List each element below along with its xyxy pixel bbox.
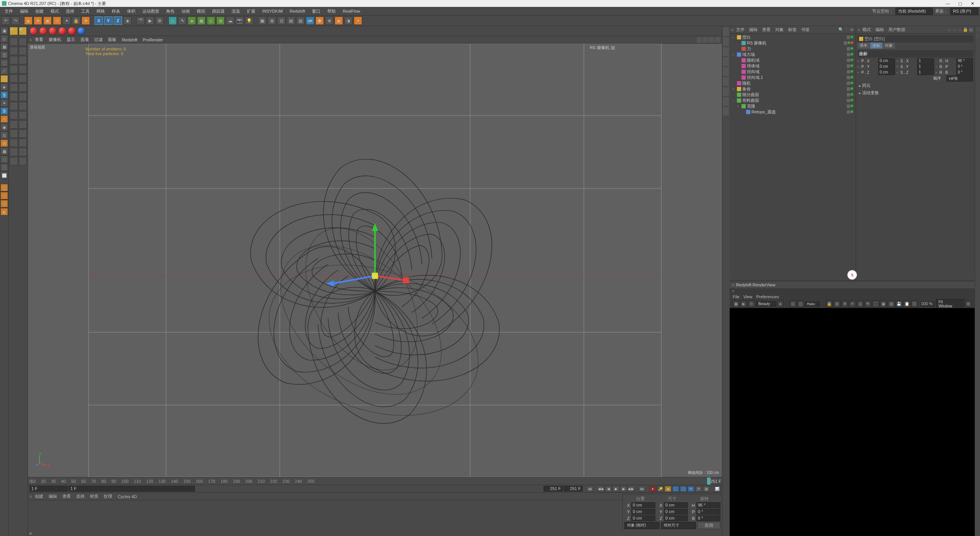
- menu-help[interactable]: 帮助: [324, 7, 339, 15]
- dock-btn[interactable]: [723, 87, 729, 96]
- expand-toggle[interactable]: −: [732, 99, 736, 103]
- attr-sz[interactable]: 1: [917, 70, 934, 75]
- tree-row[interactable]: 径向域: [730, 69, 856, 75]
- pal-btn[interactable]: [10, 157, 18, 165]
- object-label[interactable]: 随机: [742, 80, 846, 86]
- dock-btn[interactable]: [723, 38, 729, 46]
- rv-play-button[interactable]: ▶: [740, 301, 747, 307]
- rv-render-button[interactable]: ▣: [733, 301, 739, 307]
- pos-x[interactable]: 0 cm: [631, 502, 655, 508]
- rs-sphere-6[interactable]: [77, 27, 86, 35]
- layout-dropdown[interactable]: RS (用户): [950, 8, 978, 15]
- object-label[interactable]: 球体域: [747, 63, 846, 69]
- object-label[interactable]: RS 摄像机: [747, 40, 843, 46]
- mat-menu-edit[interactable]: 编辑: [46, 493, 59, 500]
- object-toggles[interactable]: [847, 53, 853, 56]
- rs-button-2[interactable]: ⊕: [325, 16, 333, 25]
- pal-btn[interactable]: [19, 74, 27, 83]
- pal-btn[interactable]: [19, 93, 27, 101]
- rs-button-3[interactable]: ◉: [335, 16, 343, 25]
- expand-toggle[interactable]: +: [737, 105, 740, 108]
- obj-menu-bookmarks[interactable]: 书签: [799, 26, 812, 33]
- object-label[interactable]: 克隆: [747, 103, 846, 109]
- cube-button[interactable]: ◇: [168, 16, 177, 25]
- pal-btn[interactable]: [10, 65, 18, 74]
- light-button[interactable]: 💡: [245, 16, 253, 25]
- tree-row[interactable]: +克隆: [730, 103, 856, 109]
- rv-fit-dropdown[interactable]: Fit Window: [936, 299, 964, 309]
- point-mode[interactable]: ⬚: [0, 59, 8, 67]
- rv-save-button[interactable]: 💾: [896, 301, 902, 307]
- menu-file[interactable]: 文件: [2, 7, 16, 15]
- tree-row[interactable]: RS 摄像机: [730, 40, 856, 46]
- rs-sphere-5[interactable]: [68, 27, 76, 35]
- object-mode[interactable]: ◇: [0, 35, 8, 42]
- menu-volume[interactable]: 体积: [124, 7, 139, 15]
- coord-mode-dropdown[interactable]: 对象 (相对): [624, 522, 660, 529]
- fields-button[interactable]: ⊞: [216, 16, 225, 25]
- pal-btn[interactable]: [10, 93, 18, 101]
- object-toggles[interactable]: [847, 70, 853, 74]
- vp-menu-prorender[interactable]: ProRender: [140, 37, 165, 43]
- pen-button[interactable]: ✎: [178, 16, 186, 25]
- texture-mode[interactable]: ▩: [0, 43, 8, 51]
- rv-copy-button[interactable]: 📋: [903, 301, 910, 307]
- vp-menu-display[interactable]: 显示: [64, 36, 77, 43]
- size-y[interactable]: 0 cm: [664, 509, 688, 515]
- expand-toggle[interactable]: +: [732, 87, 736, 91]
- mat-menu-texture[interactable]: 纹理: [101, 493, 114, 500]
- next-frame-button[interactable]: ▶▶: [628, 486, 635, 492]
- record-button[interactable]: ●: [649, 486, 656, 492]
- attr-py[interactable]: 0 cm: [878, 64, 895, 69]
- object-toggles[interactable]: [847, 82, 853, 85]
- prev-key-button[interactable]: ◀◀: [597, 486, 604, 492]
- placeholder-3[interactable]: ⬜: [0, 172, 8, 179]
- dock-btn[interactable]: [723, 57, 729, 66]
- obj-menu-edit[interactable]: 编辑: [747, 26, 760, 33]
- rv-sun-button[interactable]: ☀: [849, 301, 856, 307]
- rs-sphere-1[interactable]: [29, 27, 38, 35]
- menu-animate[interactable]: 动画: [178, 7, 193, 15]
- lock-icon[interactable]: 🔒: [963, 28, 968, 32]
- end-frame-field[interactable]: 251 F: [544, 486, 563, 492]
- rv-refresh-button[interactable]: ↻: [748, 301, 755, 307]
- autokey-button[interactable]: 🔑: [657, 486, 664, 492]
- back-icon[interactable]: ←: [947, 28, 952, 32]
- workplane-mode[interactable]: ◫: [0, 51, 8, 59]
- pal-btn[interactable]: [10, 139, 18, 147]
- attr-tab-basic[interactable]: 基本: [858, 42, 870, 49]
- rs-sphere-2[interactable]: [39, 27, 47, 35]
- rot-h[interactable]: 96 °: [696, 502, 720, 508]
- side-tab-icon[interactable]: ⬚: [976, 28, 980, 31]
- filter-icon[interactable]: ⋮: [844, 28, 849, 32]
- rv-eye-button[interactable]: 👁: [865, 301, 871, 307]
- size-z[interactable]: 0 cm: [664, 515, 688, 521]
- menu-render[interactable]: 渲染: [229, 7, 243, 15]
- rv-crop-button[interactable]: ◫: [797, 301, 804, 307]
- vp-nav-icon[interactable]: [709, 37, 714, 42]
- menu-edit[interactable]: 编辑: [17, 7, 31, 15]
- rv-grid-button[interactable]: ⊞: [834, 301, 840, 307]
- object-label[interactable]: 细分曲面: [742, 92, 846, 98]
- rs-sphere-3[interactable]: [49, 27, 57, 35]
- menu-insydium[interactable]: INSYDIUM: [259, 8, 286, 15]
- tree-row[interactable]: 径向域.1: [730, 75, 856, 80]
- y-axis-button[interactable]: Y: [104, 16, 113, 25]
- nodespace-dropdown[interactable]: 当前 (Redshift): [895, 8, 933, 15]
- pal-btn[interactable]: [10, 148, 18, 156]
- tool-grid2[interactable]: ⊞: [268, 16, 276, 25]
- material-browser[interactable]: [28, 500, 722, 531]
- rv-dupe-button[interactable]: ⿻: [911, 301, 918, 307]
- locked-button[interactable]: 🔒: [72, 16, 80, 25]
- render-view-button[interactable]: 🎬: [136, 16, 145, 25]
- pal-btn[interactable]: [19, 56, 27, 64]
- goto-end-button[interactable]: ⏭: [639, 486, 645, 492]
- crosshair-button[interactable]: ✚: [82, 16, 90, 25]
- object-label[interactable]: 布料曲面: [742, 98, 846, 103]
- object-label[interactable]: 空白: [742, 34, 846, 40]
- pal-btn[interactable]: [19, 111, 27, 119]
- object-toggles[interactable]: [847, 87, 853, 91]
- snap-settings[interactable]: ⊞: [0, 139, 8, 147]
- coord-button[interactable]: ◈: [123, 16, 132, 25]
- rs-button-4[interactable]: ◑: [344, 16, 353, 25]
